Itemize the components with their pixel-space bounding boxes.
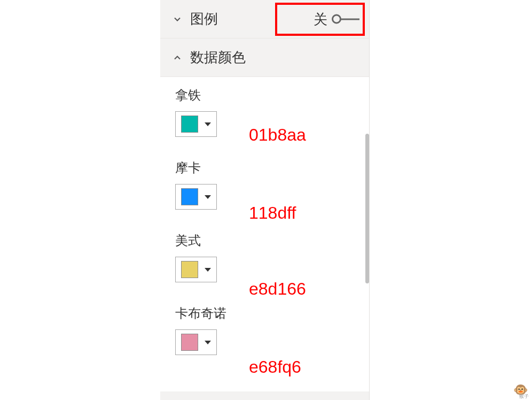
watermark-text: 猴子 bbox=[519, 393, 529, 400]
color-swatch bbox=[181, 261, 198, 278]
hex-annotation: e68fq6 bbox=[249, 357, 301, 377]
color-item: 美式 bbox=[175, 232, 354, 282]
datacolors-content: 拿铁 摩卡 美式 卡布奇诺 bbox=[160, 77, 369, 391]
toggle-track bbox=[340, 18, 359, 20]
format-panel: 图例 关 数据颜色 拿铁 摩卡 bbox=[160, 0, 370, 400]
color-item: 摩卡 bbox=[175, 159, 354, 210]
legend-toggle-area[interactable]: 关 bbox=[314, 10, 362, 28]
caret-down-icon bbox=[205, 268, 211, 272]
color-swatch bbox=[181, 334, 198, 351]
hex-annotation: 01b8aa bbox=[249, 125, 306, 145]
scrollbar-track[interactable] bbox=[365, 86, 369, 400]
toggle-switch[interactable] bbox=[332, 14, 362, 25]
color-item-label: 卡布奇诺 bbox=[175, 305, 354, 322]
toggle-off-label: 关 bbox=[314, 10, 327, 28]
color-item: 卡布奇诺 bbox=[175, 305, 354, 355]
caret-down-icon bbox=[205, 122, 211, 126]
legend-section-header[interactable]: 图例 关 bbox=[160, 0, 369, 39]
hex-annotation: 118dff bbox=[249, 203, 296, 223]
color-item-label: 摩卡 bbox=[175, 159, 354, 176]
color-picker-dropdown[interactable] bbox=[175, 111, 217, 137]
chevron-up-icon bbox=[171, 51, 184, 64]
color-swatch bbox=[181, 188, 198, 205]
color-item-label: 美式 bbox=[175, 232, 354, 249]
color-item-label: 拿铁 bbox=[175, 87, 354, 104]
color-swatch bbox=[181, 116, 198, 133]
chevron-down-icon bbox=[171, 13, 184, 26]
scrollbar-thumb[interactable] bbox=[365, 134, 369, 283]
legend-title: 图例 bbox=[190, 10, 218, 28]
caret-down-icon bbox=[205, 195, 211, 199]
color-picker-dropdown[interactable] bbox=[175, 329, 217, 355]
color-picker-dropdown[interactable] bbox=[175, 257, 217, 282]
datacolors-section-header[interactable]: 数据颜色 bbox=[160, 39, 369, 77]
hex-annotation: e8d166 bbox=[249, 279, 306, 299]
caret-down-icon bbox=[205, 341, 211, 344]
color-picker-dropdown[interactable] bbox=[175, 184, 217, 210]
datacolors-title: 数据颜色 bbox=[190, 48, 246, 67]
